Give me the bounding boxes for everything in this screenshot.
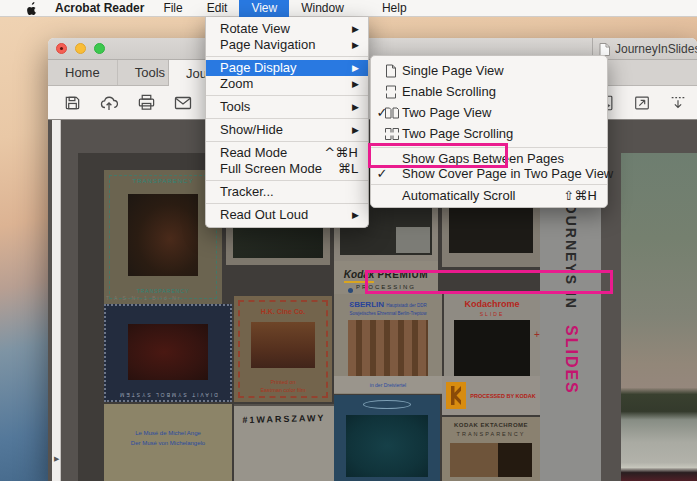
shortcut-label: ^⌘H	[324, 145, 358, 161]
two-page-scrolling-icon	[384, 126, 400, 141]
envelope-icon	[173, 93, 193, 113]
checkmark-icon: ✓	[376, 166, 388, 181]
shortcut-label: ⇧⌘H	[563, 188, 597, 203]
printer-icon	[137, 93, 156, 112]
single-page-icon	[384, 63, 398, 78]
menu-item-page-navigation[interactable]: Page Navigation▶	[206, 37, 368, 53]
print-button[interactable]	[133, 90, 159, 116]
save-icon	[63, 93, 82, 112]
slide-diavit: DIAVIT SYMBOL SYSTEM	[104, 304, 232, 402]
view-menu: Rotate View▶ Page Navigation▶ Page Displ…	[205, 17, 369, 228]
submenu-arrow-icon: ▶	[352, 76, 359, 92]
pdf-page-right-photo	[621, 153, 697, 481]
menubar-window[interactable]: Window	[289, 0, 356, 17]
slide-hole-dot	[348, 288, 353, 293]
traffic-lights	[56, 43, 105, 54]
minimize-button[interactable]	[75, 43, 86, 54]
menu-item-show-cover-page[interactable]: ✓ Show Cover Page in Two Page View	[371, 166, 607, 181]
submenu-arrow-icon: ▶	[352, 122, 359, 138]
submenu-arrow-icon: ▶	[352, 21, 359, 37]
menu-separator	[206, 118, 368, 119]
menu-item-read-mode[interactable]: Read Mode^⌘H	[206, 145, 368, 161]
menu-separator	[206, 56, 368, 57]
submenu-arrow-icon: ▶	[352, 207, 359, 223]
slide-ektachrome: KODAK EKTACHROME TRANSPARENCY	[442, 417, 540, 481]
menubar-view[interactable]: View	[239, 0, 289, 17]
save-button[interactable]	[59, 90, 85, 116]
close-button[interactable]	[56, 43, 67, 54]
red-plus-mark: +	[534, 329, 540, 340]
menu-item-two-page-scrolling[interactable]: Two Page Scrolling	[371, 123, 607, 144]
submenu-arrow-icon: ▶	[352, 60, 359, 76]
document-tab-title: JourneyInSlides	[615, 42, 697, 56]
slide-warszawy: #1WARSZAWY	[234, 404, 334, 481]
submenu-arrow-icon: ▶	[352, 99, 359, 115]
cover-title-accent: SLIDES	[563, 325, 580, 395]
menu-separator	[371, 147, 607, 148]
screen: JourneyInSlides Home Tools JourneyInSlid…	[0, 0, 697, 481]
nav-pane-collapsed[interactable]	[52, 120, 61, 481]
menu-item-tracker[interactable]: Tracker...	[206, 184, 368, 200]
zoom-button[interactable]	[94, 43, 105, 54]
slide-muse-label: Le Musé de Michel AngeDer Musé von Miche…	[104, 404, 232, 481]
menu-item-show-gaps[interactable]: Show Gaps Between Pages	[371, 151, 607, 166]
slide-oval-logo	[363, 400, 411, 409]
slide-blue-plastic	[334, 395, 440, 481]
two-page-icon	[384, 105, 400, 120]
menu-separator	[206, 141, 368, 142]
slide-processed-by-kodak: PROCESSED BY KODAK	[442, 376, 540, 415]
slide-hk-cine: H.K. Cine Co. Printed onEastman color fi…	[234, 296, 332, 402]
menu-separator	[371, 184, 607, 185]
nav-pane-expand-arrow[interactable]: ▶	[54, 455, 59, 463]
menu-item-two-page-view[interactable]: ✓ Two Page View	[371, 102, 607, 123]
tab-home[interactable]: Home	[48, 60, 118, 85]
cover-title: JOURNEYS IN SLIDES	[562, 193, 580, 395]
menu-item-zoom[interactable]: Zoom▶	[206, 76, 368, 92]
email-button[interactable]	[170, 90, 196, 116]
menu-item-page-display[interactable]: Page Display▶	[206, 60, 368, 76]
menu-item-full-screen-mode[interactable]: Full Screen Mode⌘L	[206, 161, 368, 177]
fit-window-button[interactable]	[629, 90, 655, 116]
menu-item-tools[interactable]: Tools▶	[206, 99, 368, 115]
slide-dreiviertel-label: in der Dreiviertel	[334, 376, 442, 393]
continuous-scroll-button[interactable]	[665, 90, 691, 116]
menubar-app-name[interactable]: Acrobat Reader	[55, 1, 144, 15]
scroll-down-icon	[669, 94, 687, 112]
share-upload-button[interactable]	[96, 90, 122, 116]
fit-window-icon	[633, 94, 651, 112]
menu-item-rotate-view[interactable]: Rotate View▶	[206, 21, 368, 37]
menubar-file[interactable]: File	[151, 0, 194, 17]
slide-kodak-premium-label: Kodak PREMIUM PROCESSING	[334, 261, 438, 298]
cloud-upload-icon	[99, 93, 119, 113]
menu-separator	[206, 203, 368, 204]
menu-separator	[206, 180, 368, 181]
apple-logo-icon[interactable]	[27, 2, 38, 15]
document-tab[interactable]: JourneyInSlides	[592, 38, 697, 60]
document-icon	[599, 43, 610, 56]
enable-scrolling-icon	[384, 84, 398, 99]
macos-menu-bar: Acrobat Reader File Edit View Window Hel…	[0, 0, 697, 17]
menubar-help[interactable]: Help	[370, 0, 419, 17]
menu-item-single-page-view[interactable]: Single Page View	[371, 60, 607, 81]
page-display-submenu: Single Page View Enable Scrolling ✓ Two …	[370, 55, 608, 208]
submenu-arrow-icon: ▶	[352, 37, 359, 53]
kodak-logo	[446, 382, 466, 409]
menubar-edit[interactable]: Edit	[195, 0, 240, 17]
menu-item-show-hide[interactable]: Show/Hide▶	[206, 122, 368, 138]
menu-item-read-out-loud[interactable]: Read Out Loud▶	[206, 207, 368, 223]
menu-separator	[206, 95, 368, 96]
shortcut-label: ⌘L	[338, 161, 358, 177]
menu-item-automatically-scroll[interactable]: Automatically Scroll ⇧⌘H	[371, 188, 607, 203]
cover-title-main: JOURNEYS IN	[563, 193, 579, 310]
menu-item-enable-scrolling[interactable]: Enable Scrolling	[371, 81, 607, 102]
